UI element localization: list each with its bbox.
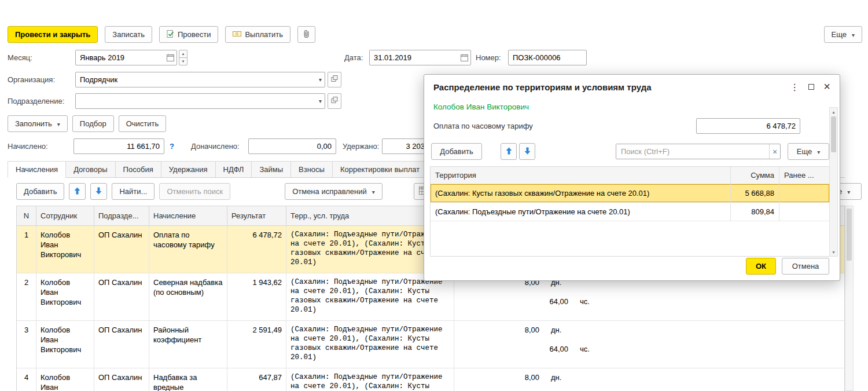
dialog-vertical-scrollbar[interactable]: [829, 107, 838, 257]
column-header-n[interactable]: N: [17, 206, 36, 225]
table-vertical-scrollbar[interactable]: [845, 206, 854, 391]
scrollbar-thumb[interactable]: [831, 116, 836, 152]
tab-contributions[interactable]: Взносы: [290, 161, 333, 177]
added-input[interactable]: [248, 138, 336, 154]
column-header-accrual[interactable]: Начисление: [149, 206, 227, 225]
department-open-button[interactable]: [328, 93, 341, 109]
step-up-icon[interactable]: [179, 50, 187, 57]
tab-accruals[interactable]: Начисления: [8, 161, 66, 178]
move-down-button[interactable]: [90, 183, 107, 200]
maximize-icon[interactable]: [808, 84, 814, 90]
save-button[interactable]: Записать: [105, 26, 152, 43]
move-up-button[interactable]: [69, 183, 86, 200]
cell-department[interactable]: ОП Сахалин: [94, 226, 149, 273]
tab-deductions[interactable]: Удержания: [161, 161, 216, 177]
cell-sum[interactable]: 809,84: [731, 203, 779, 221]
table-row[interactable]: (Сахалин: Подъездные пути/Отражение на с…: [431, 203, 829, 221]
dialog-amount-input[interactable]: [696, 118, 800, 134]
organization-open-button[interactable]: [328, 72, 341, 87]
table-row[interactable]: (Сахалин: Кусты газовых скважин/Отражени…: [431, 184, 829, 203]
post-button[interactable]: Провести: [159, 26, 219, 43]
cell-result[interactable]: 6 478,72: [227, 226, 286, 273]
tab-ndfl[interactable]: НДФЛ: [215, 161, 252, 177]
month-input[interactable]: [76, 50, 164, 65]
cell-department[interactable]: ОП Сахалин: [94, 273, 149, 320]
scroll-down-icon[interactable]: [830, 248, 837, 256]
dialog-move-up-button[interactable]: [501, 143, 517, 160]
close-icon[interactable]: [823, 82, 830, 92]
cell-earlier[interactable]: [779, 203, 829, 221]
cell-accrual[interactable]: Районный коэффициент: [149, 321, 227, 368]
fill-button[interactable]: Заполнить: [8, 115, 68, 132]
cell-territory[interactable]: (Сахалин: Подъездные пути/Отражение на с…: [286, 321, 454, 368]
cell-territory[interactable]: (Сахалин: Подъездные пути/Отражение на с…: [286, 368, 454, 391]
cell-n[interactable]: 2: [17, 273, 36, 320]
attachments-button[interactable]: [297, 26, 315, 43]
cell-department[interactable]: ОП Сахалин: [94, 368, 149, 391]
clear-button[interactable]: Очистить: [119, 115, 167, 132]
pick-button[interactable]: Подбор: [72, 115, 114, 132]
cancel-search-button[interactable]: Отменить поиск: [159, 183, 230, 200]
cell-accrual[interactable]: Надбавка за вредные: [149, 368, 227, 391]
column-header-result[interactable]: Результат: [227, 206, 286, 225]
step-down-icon[interactable]: [179, 57, 187, 65]
cell-employee[interactable]: Колобов Иван Викторович: [36, 273, 94, 320]
dialog-move-down-button[interactable]: [519, 143, 535, 160]
cell-time[interactable]: 8,00дн.: [454, 368, 844, 391]
pay-button[interactable]: Выплатить: [225, 26, 290, 43]
column-header-earlier[interactable]: Ранее ...: [779, 167, 829, 184]
column-header-employee[interactable]: Сотрудник: [36, 206, 94, 225]
cell-employee[interactable]: Колобов Иван Викторович: [36, 368, 94, 391]
cell-n[interactable]: 4: [17, 368, 36, 391]
date-label: Дата:: [344, 50, 363, 65]
dropdown-arrow-icon[interactable]: [314, 94, 325, 108]
dialog-more-button[interactable]: Еще: [788, 143, 829, 160]
accrued-input[interactable]: [73, 138, 164, 154]
date-input[interactable]: [370, 50, 458, 65]
scroll-up-icon[interactable]: [830, 108, 837, 116]
cell-accrual[interactable]: Оплата по часовому тарифу: [149, 226, 227, 273]
number-input[interactable]: [508, 50, 587, 65]
cell-earlier[interactable]: [779, 184, 829, 202]
help-icon[interactable]: ?: [170, 138, 174, 154]
find-button[interactable]: Найти...: [112, 183, 155, 200]
cell-result[interactable]: 2 591,49: [227, 321, 286, 368]
dialog-add-button[interactable]: Добавить: [431, 143, 482, 160]
search-input[interactable]: [616, 144, 769, 159]
organization-input[interactable]: [76, 72, 314, 87]
table-row[interactable]: 4 Колобов Иван Викторович ОП Сахалин Над…: [17, 368, 844, 391]
ok-button[interactable]: ОК: [746, 258, 776, 275]
tab-benefits[interactable]: Пособия: [115, 161, 161, 177]
cell-time[interactable]: 8,00дн. 64,00чс.: [454, 321, 844, 368]
cell-n[interactable]: 3: [17, 321, 36, 368]
column-header-department[interactable]: Подразде...: [94, 206, 149, 225]
post-and-close-button[interactable]: Провести и закрыть: [8, 26, 98, 43]
cell-department[interactable]: ОП Сахалин: [94, 321, 149, 368]
undo-corrections-button[interactable]: Отмена исправлений: [285, 183, 382, 200]
tab-payment-adjustments[interactable]: Корректировки выплат: [332, 161, 428, 177]
cell-employee[interactable]: Колобов Иван Викторович: [36, 321, 94, 368]
column-header-sum[interactable]: Сумма: [731, 167, 779, 184]
cell-sum[interactable]: 5 668,88: [731, 184, 779, 202]
add-row-button[interactable]: Добавить: [16, 183, 64, 200]
cell-accrual[interactable]: Северная надбавка (по основным): [149, 273, 227, 320]
cell-n[interactable]: 1: [17, 226, 36, 273]
cancel-button[interactable]: Отмена: [782, 258, 829, 275]
more-menu-icon[interactable]: [790, 82, 799, 93]
cell-employee[interactable]: Колобов Иван Викторович: [36, 226, 94, 273]
tab-contracts[interactable]: Договоры: [65, 161, 115, 177]
scrollbar-thumb[interactable]: [847, 209, 852, 261]
cell-result[interactable]: 647,87: [227, 368, 286, 391]
column-header-territory[interactable]: Территория: [431, 167, 731, 184]
tab-loans[interactable]: Займы: [251, 161, 291, 177]
cell-result[interactable]: 1 943,62: [227, 273, 286, 320]
calendar-icon[interactable]: [164, 50, 176, 65]
table-row[interactable]: 3 Колобов Иван Викторович ОП Сахалин Рай…: [17, 321, 844, 368]
form-more-button[interactable]: Еще: [824, 26, 862, 43]
department-input[interactable]: [76, 94, 314, 108]
clear-search-icon[interactable]: [769, 144, 780, 159]
cell-territory[interactable]: (Сахалин: Кусты газовых скважин/Отражени…: [431, 184, 731, 202]
cell-territory[interactable]: (Сахалин: Подъездные пути/Отражение на с…: [431, 203, 731, 221]
calendar-icon[interactable]: [458, 50, 470, 65]
dropdown-arrow-icon[interactable]: [314, 72, 325, 87]
